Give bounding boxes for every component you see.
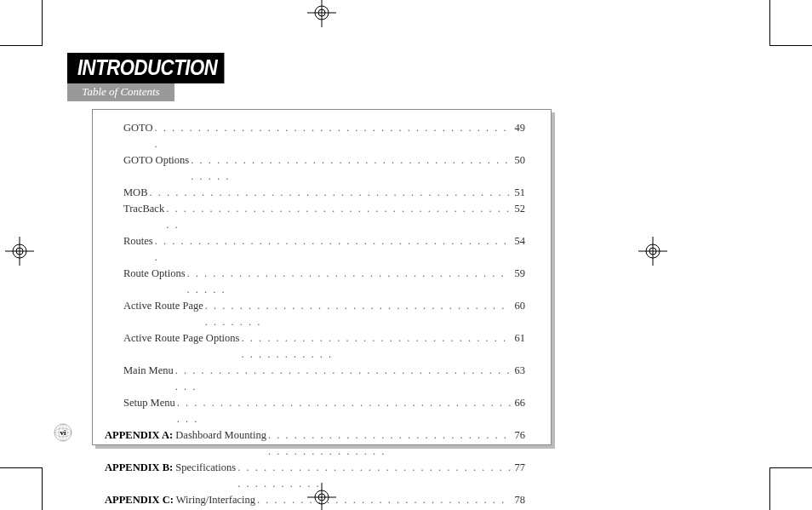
registration-mark-icon [307,0,336,27]
toc-entry: MOB51 [105,185,525,201]
crop-mark [769,45,812,46]
toc-leader-dots [266,427,515,460]
toc-entry: Main Menu63 [105,363,525,395]
toc-entry-page: 49 [515,120,526,152]
toc-entry-label: APPENDIX C: Wiring/Interfacing [105,492,255,510]
toc-entry-label: GOTO Options [123,152,189,185]
toc-entry-page: 50 [515,152,526,185]
toc-entry: TracBack52 [105,201,525,233]
toc-leader-dots [175,395,515,427]
crop-mark [42,467,43,510]
page-number: vi [60,428,66,437]
toc-entry: Route Options59 [105,266,525,298]
page-number-badge: vi [54,423,72,442]
toc-entry-page: 60 [515,298,526,330]
toc-entry-label: Main Menu [123,363,174,395]
toc-leader-dots [147,185,514,201]
toc-entry: Routes54 [105,233,525,266]
toc-entry-page: 61 [515,330,526,363]
toc-entry-page: 76 [515,427,526,460]
toc-leader-dots [255,492,514,510]
toc-entry-page: 51 [515,185,526,201]
toc-container: GOTO49GOTO Options50MOB51TracBack52Route… [92,109,552,445]
toc-entry-label: MOB [123,185,147,201]
crop-mark [0,45,43,46]
toc-entry-page: 52 [515,201,526,233]
crop-mark [42,0,43,46]
toc-entry-label: APPENDIX A: Dashboard Mounting [105,427,266,460]
crop-mark [769,0,770,46]
toc-entry: Active Route Page Options61 [105,330,525,363]
registration-mark-icon [5,237,34,266]
registration-mark-icon [638,237,667,266]
section-title: INTRODUCTION [67,53,225,83]
toc-entry-label: Route Options [123,266,186,298]
toc-entry-label: Setup Menu [123,395,175,427]
toc-entry: GOTO49 [105,120,525,152]
toc-entry-label: TracBack [123,201,164,233]
toc-entry-label: APPENDIX B: Specifications [105,460,236,492]
toc-leader-dots [164,201,514,233]
toc-leader-dots [239,330,514,363]
toc-leader-dots [203,298,515,330]
toc-leader-dots [189,152,514,185]
toc-entry: APPENDIX A: Dashboard Mounting76 [105,427,525,460]
toc-entry-page: 66 [515,395,526,427]
header-block: INTRODUCTION Table of Contents [67,53,252,101]
toc-entry-page: 54 [515,233,526,266]
toc-entry: Setup Menu66 [105,395,525,427]
toc-entry: APPENDIX C: Wiring/Interfacing78 [105,492,525,510]
section-subtitle: Table of Contents [67,83,174,101]
toc-leader-dots [153,120,515,152]
toc-leader-dots [153,233,515,266]
toc-leader-dots [186,266,515,298]
toc-entry-page: 63 [515,363,526,395]
crop-mark [0,467,43,468]
toc-entry: GOTO Options50 [105,152,525,185]
toc-entry: Active Route Page60 [105,298,525,330]
crop-mark [769,467,812,468]
toc-entry-label: GOTO [123,120,153,152]
toc-entry-label: Active Route Page Options [123,330,239,363]
crop-mark [769,467,770,510]
toc-leader-dots [174,363,515,395]
toc-entry: APPENDIX B: Specifications77 [105,460,525,492]
toc-leader-dots [236,460,514,492]
toc-entry-label: Routes [123,233,153,266]
toc-entry-label: Active Route Page [123,298,203,330]
toc-entry-page: 78 [515,492,526,510]
toc-entry-page: 77 [515,460,526,492]
toc-entry-page: 59 [515,266,526,298]
